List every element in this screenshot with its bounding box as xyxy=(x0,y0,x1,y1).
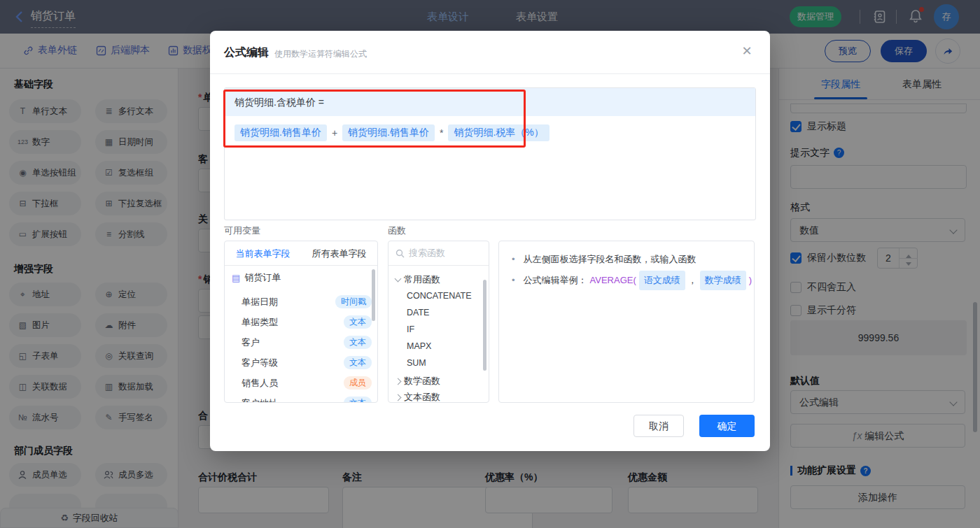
functions-scrollbar[interactable] xyxy=(483,280,486,371)
variables-panel-label: 可用变量 xyxy=(224,224,260,237)
help-line-1: 从左侧面板选择字段名和函数，或输入函数 xyxy=(512,251,696,268)
caret-right-icon xyxy=(395,394,402,401)
formula-field-token[interactable]: 销货明细.销售单价 xyxy=(234,124,327,141)
formula-field-token[interactable]: 销货明细.销售单价 xyxy=(342,124,435,141)
search-placeholder: 搜索函数 xyxy=(409,247,445,259)
variables-tabs: 当前表单字段 所有表单字段 xyxy=(225,241,377,266)
modal-subtitle: 使用数学运算符编辑公式 xyxy=(274,48,367,60)
tab-current-form-fields[interactable]: 当前表单字段 xyxy=(225,241,301,265)
tab-all-form-fields[interactable]: 所有表单字段 xyxy=(301,241,377,265)
variable-row[interactable]: 客户等级文本 xyxy=(241,352,372,373)
modal-title: 公式编辑 xyxy=(224,45,269,60)
example-field-chip: 语文成绩 xyxy=(639,271,685,290)
formula-field-token[interactable]: 销货明细.税率（%） xyxy=(448,124,549,141)
type-badge: 成员 xyxy=(344,376,372,390)
function-group-math[interactable]: 数学函数 xyxy=(396,375,440,387)
caret-right-icon xyxy=(395,378,402,385)
variable-row[interactable]: 客户地址文本 xyxy=(241,393,372,403)
formula-expression: 销货明细.销售单价 + 销货明细.销售单价 * 销货明细.税率（%） xyxy=(234,124,550,141)
function-search-input[interactable]: 搜索函数 xyxy=(388,241,489,266)
caret-down-icon xyxy=(395,276,402,283)
type-badge: 文本 xyxy=(344,356,372,369)
function-item[interactable]: MAPX xyxy=(407,341,431,351)
form-doc-icon: ▤ xyxy=(232,273,240,283)
example-function-name: AVERAGE( xyxy=(590,272,636,289)
variable-row[interactable]: 客户文本 xyxy=(241,332,372,352)
variable-row[interactable]: 单据类型文本 xyxy=(241,312,372,332)
confirm-button[interactable]: 确定 xyxy=(699,415,755,437)
type-badge: 文本 xyxy=(344,336,372,349)
variables-scrollbar[interactable] xyxy=(372,269,375,321)
function-item[interactable]: DATE xyxy=(407,308,429,317)
formula-target-row: 销货明细.含税单价 = xyxy=(225,88,755,116)
example-field-chip: 数学成绩 xyxy=(700,271,746,290)
cancel-button[interactable]: 取消 xyxy=(634,415,684,437)
variable-row[interactable]: 单据日期时间戳 xyxy=(241,292,372,312)
function-group-text[interactable]: 文本函数 xyxy=(396,391,440,403)
function-item[interactable]: CONCATENATE xyxy=(407,291,472,301)
formula-operator: + xyxy=(332,127,337,138)
help-line-2: 公式编辑举例：AVERAGE( 语文成绩 ， 数学成绩 ) xyxy=(512,271,752,290)
help-panel: 从左侧面板选择字段名和函数，或输入函数 公式编辑举例：AVERAGE( 语文成绩… xyxy=(498,241,755,403)
functions-panel-label: 函数 xyxy=(388,224,406,237)
form-root-node[interactable]: ▤ 销货订单 xyxy=(232,271,281,284)
function-item[interactable]: IF xyxy=(407,324,414,334)
formula-operator: * xyxy=(440,127,443,138)
type-badge: 文本 xyxy=(344,315,372,329)
functions-panel: 搜索函数 常用函数 CONCATENATE DATE IF MAPX SUM 数… xyxy=(388,241,489,403)
close-icon[interactable] xyxy=(739,43,755,59)
formula-editor-area[interactable]: 销货明细.含税单价 = 销货明细.销售单价 + 销货明细.销售单价 * 销货明细… xyxy=(224,87,756,220)
function-item[interactable]: SUM xyxy=(407,358,426,368)
variable-row[interactable]: 销售人员成员 xyxy=(241,373,372,393)
function-group-common[interactable]: 常用函数 xyxy=(396,273,440,286)
formula-editor-modal: 公式编辑 使用数学运算符编辑公式 销货明细.含税单价 = 销货明细.销售单价 +… xyxy=(210,31,770,451)
type-badge: 时间戳 xyxy=(335,295,372,308)
type-badge: 文本 xyxy=(344,397,372,403)
variables-panel: 当前表单字段 所有表单字段 ▤ 销货订单 单据日期时间戳 单据类型文本 客户文本… xyxy=(224,241,378,403)
example-close-paren: ) xyxy=(749,272,752,289)
search-icon xyxy=(396,249,405,258)
divider xyxy=(210,73,770,74)
